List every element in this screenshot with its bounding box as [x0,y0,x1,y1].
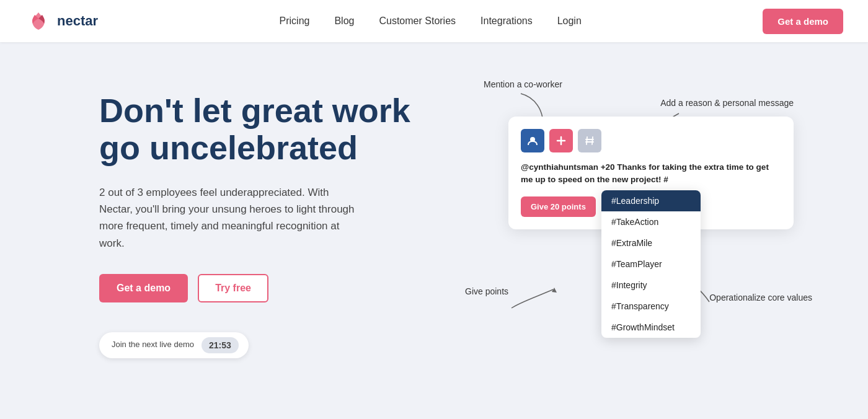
hero-copy: Don't let great work go uncelebrated 2 o… [99,79,422,358]
hero-subtitle: 2 out of 3 employees feel underappreciat… [99,184,360,252]
hashtag-icon-btn[interactable] [578,129,601,152]
recognition-card: @cynthiahuntsman +20 Thanks for taking t… [508,117,794,229]
give-points-button[interactable]: Give 20 points [521,196,596,217]
hero-mockup: Mention a co-worker Add a reason & perso… [459,79,818,377]
navbar: nectar Pricing Blog Customer Stories Int… [0,0,868,42]
hero-section: Don't let great work go uncelebrated 2 o… [0,42,868,419]
nav-integrations[interactable]: Integrations [480,15,533,27]
mention-icon-btn[interactable] [521,129,544,152]
nav-blog[interactable]: Blog [334,15,354,27]
add-icon-btn[interactable] [549,129,573,152]
dropdown-item-6[interactable]: #GrowthMindset [601,317,701,338]
annotation-reason: Add a reason & personal message [660,98,794,108]
annotation-give-points: Give points [465,286,508,296]
mockup-icon-row [521,129,781,152]
live-demo-label: Join the next live demo [112,340,194,350]
nav-links: Pricing Blog Customer Stories Integratio… [280,15,582,27]
nav-pricing[interactable]: Pricing [280,15,310,27]
logo-text: nectar [57,13,98,29]
dropdown-item-5[interactable]: #Transparency [601,296,701,317]
live-demo-badge[interactable]: Join the next live demo 21:53 [99,332,249,358]
dropdown-item-2[interactable]: #ExtraMile [601,232,701,254]
hero-title: Don't let great work go uncelebrated [99,92,422,167]
mockup-bottom: Give 20 points #Leadership#TakeAction#Ex… [521,196,781,217]
annotation-mention: Mention a co-worker [484,79,562,89]
dropdown-item-3[interactable]: #TeamPlayer [601,254,701,275]
nav-customer-stories[interactable]: Customer Stories [379,15,456,27]
hero-buttons: Get a demo Try free [99,274,422,302]
annotation-core-values: Operationalize core values [709,293,812,302]
dropdown-item-1[interactable]: #TakeAction [601,211,701,232]
hashtag-dropdown: #Leadership#TakeAction#ExtraMile#TeamPla… [601,190,701,338]
mockup-message: @cynthiahuntsman +20 Thanks for taking t… [521,161,781,187]
dropdown-item-0[interactable]: #Leadership [601,190,701,211]
nav-login[interactable]: Login [557,15,582,27]
nav-get-demo-button[interactable]: Get a demo [763,9,843,34]
hero-get-demo-button[interactable]: Get a demo [99,274,188,302]
live-demo-timer: 21:53 [202,337,239,353]
dropdown-item-4[interactable]: #Integrity [601,275,701,296]
hero-try-free-button[interactable]: Try free [198,274,268,302]
logo-icon [25,7,52,35]
logo-link[interactable]: nectar [25,7,98,35]
